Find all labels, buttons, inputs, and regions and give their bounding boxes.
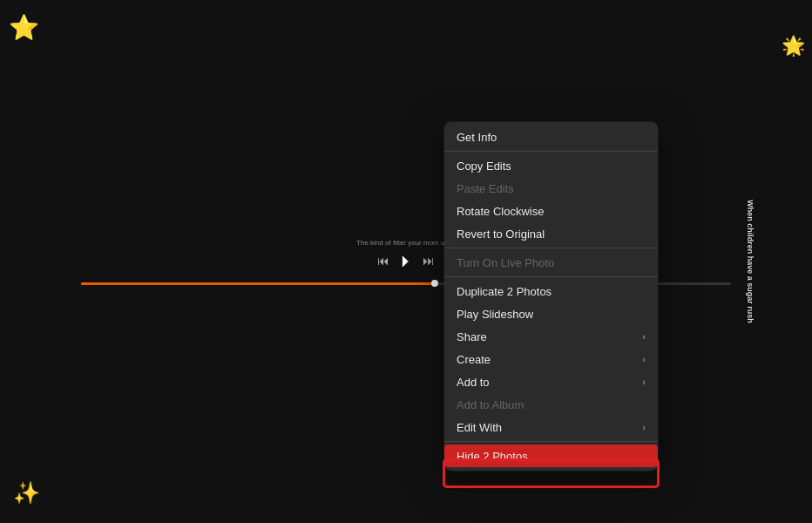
- add-to-arrow-icon: ›: [642, 377, 646, 387]
- context-menu: Get Info Copy Edits Paste Edits Rotate C…: [444, 122, 658, 471]
- menu-item-duplicate-2-photos[interactable]: Duplicate 2 Photos: [444, 280, 658, 302]
- share-arrow-icon: ›: [642, 331, 646, 342]
- menu-item-hide-2-photos[interactable]: Hide 2 Photos: [444, 445, 658, 467]
- photo-grid: Lunch Options: - Sandwiches - Frozen piz…: [0, 0, 812, 523]
- menu-item-edit-with[interactable]: Edit With ›: [444, 416, 658, 438]
- menu-separator-2: [444, 248, 658, 248]
- menu-item-play-slideshow[interactable]: Play Slideshow: [444, 302, 658, 325]
- create-arrow-icon: ›: [642, 354, 646, 364]
- menu-item-add-to-album: Add to Album: [444, 393, 658, 416]
- menu-separator-1: [444, 151, 658, 152]
- menu-item-paste-edits: Paste Edits: [444, 177, 658, 200]
- menu-item-get-info[interactable]: Get Info: [444, 126, 658, 148]
- menu-item-share[interactable]: Share ›: [444, 325, 658, 348]
- edit-with-arrow-icon: ›: [642, 422, 646, 432]
- menu-separator-4: [444, 441, 658, 442]
- menu-item-add-to[interactable]: Add to ›: [444, 370, 658, 393]
- menu-item-create[interactable]: Create ›: [444, 348, 658, 370]
- menu-item-revert-to-original[interactable]: Revert to Original: [444, 222, 658, 245]
- menu-item-rotate-clockwise[interactable]: Rotate Clockwise: [444, 200, 658, 222]
- menu-item-copy-edits[interactable]: Copy Edits: [444, 154, 658, 177]
- menu-item-turn-on-live-photo: Turn On Live Photo: [444, 251, 658, 274]
- menu-separator-3: [444, 276, 658, 277]
